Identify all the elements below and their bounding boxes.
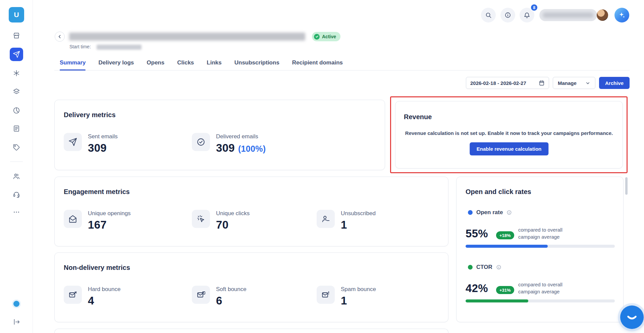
- rate-label: Open rate: [476, 209, 503, 216]
- metric-label: Unique openings: [88, 210, 131, 217]
- mail-return-icon: [192, 286, 210, 304]
- more-dots-icon: [13, 208, 20, 216]
- back-button[interactable]: [55, 32, 65, 42]
- tab-delivery-logs[interactable]: Delivery logs: [98, 56, 134, 70]
- pie-chart-icon: [13, 107, 20, 114]
- send-icon: [13, 51, 20, 58]
- sidebar-item-discounts[interactable]: [10, 141, 23, 154]
- forms-icon: [13, 125, 20, 132]
- metric-delivered-emails: Delivered emails 309 (100%): [192, 133, 266, 154]
- manage-dropdown[interactable]: Manage: [553, 77, 595, 89]
- metric-label: Unique clicks: [216, 210, 250, 217]
- mail-alert-icon: [317, 286, 335, 304]
- tab-opens[interactable]: Opens: [147, 56, 164, 70]
- card-title: Non-delivery metrics: [64, 264, 130, 272]
- sidebar-item-support[interactable]: [10, 188, 23, 201]
- engagement-metrics-card: Engagement metrics Unique openings 167 U…: [54, 177, 448, 246]
- sparkle-icon: [618, 11, 626, 19]
- notification-count-badge: 8: [530, 4, 538, 11]
- metric-soft-bounce: Soft bounce 6: [192, 286, 247, 307]
- metric-value: 4: [88, 294, 120, 307]
- tab-recipient-domains[interactable]: Recipient domains: [292, 56, 343, 70]
- card-title: Revenue: [404, 113, 432, 121]
- rate-dot-1: [468, 265, 473, 270]
- revenue-setup-message: Revenue calculation is not set up. Enabl…: [402, 130, 616, 136]
- revenue-card: Revenue Revenue calculation is not set u…: [395, 101, 623, 169]
- metric-value: 309: [88, 142, 118, 154]
- whats-new-icon[interactable]: [13, 301, 19, 307]
- metric-hard-bounce: Hard bounce 4: [64, 286, 120, 307]
- avatar[interactable]: [597, 9, 608, 21]
- date-range-value: 2026-02-18 - 2026-02-27: [470, 80, 526, 86]
- card-title: Delivery metrics: [64, 111, 116, 119]
- sidebar-item-automation[interactable]: [10, 66, 23, 80]
- delivery-metrics-card: Delivery metrics Sent emails 309 Deliver…: [54, 100, 385, 170]
- info-icon: [504, 12, 511, 18]
- chevron-left-icon: [57, 34, 62, 39]
- search-icon: [485, 12, 492, 18]
- open-rate-header: Open rate: [468, 209, 512, 216]
- start-time-value-redacted: [97, 45, 142, 50]
- info-icon[interactable]: [496, 265, 501, 270]
- info-icon[interactable]: [506, 210, 512, 215]
- automation-icon: [13, 69, 20, 77]
- open-rate-progress: [466, 245, 615, 248]
- send-icon: [64, 133, 82, 151]
- archive-button[interactable]: Archive: [599, 77, 630, 89]
- chat-smile-icon: [625, 310, 639, 325]
- scrollbar-thumb[interactable]: [625, 177, 628, 195]
- ctor-progress: [466, 299, 615, 302]
- headset-icon: [13, 191, 20, 198]
- metric-label: Soft bounce: [216, 286, 247, 293]
- next-card-partial: [54, 329, 448, 333]
- help-button[interactable]: [500, 8, 515, 22]
- tab-links[interactable]: Links: [207, 56, 221, 70]
- app-logo-letter: U: [14, 11, 19, 19]
- sidebar-item-logout[interactable]: [10, 315, 23, 329]
- check-circle-icon: [192, 133, 210, 151]
- metric-value: 309 (100%): [216, 142, 266, 154]
- manage-label: Manage: [558, 80, 577, 86]
- sidebar-item-audiences[interactable]: [10, 85, 23, 98]
- metric-sent-emails: Sent emails 309: [64, 133, 118, 154]
- sidebar-item-store[interactable]: [10, 29, 23, 42]
- store-icon: [13, 32, 20, 39]
- notification-count: 8: [533, 5, 535, 10]
- rate-bar-fill-0: [466, 245, 548, 248]
- non-delivery-metrics-card: Non-delivery metrics Hard bounce 4 Soft …: [54, 252, 448, 322]
- ctor-note: compared to overall campaign average: [518, 281, 578, 295]
- sidebar-item-reports[interactable]: [10, 104, 23, 117]
- metric-label: Delivered emails: [216, 133, 266, 140]
- search-button[interactable]: [481, 8, 496, 22]
- rate-dot-0: [468, 210, 473, 215]
- sidebar-item-more[interactable]: [10, 205, 23, 219]
- metric-value: 6: [216, 294, 247, 307]
- tab-summary[interactable]: Summary: [60, 56, 86, 70]
- status-badge-label: Active: [322, 34, 336, 39]
- app-logo[interactable]: U: [9, 7, 24, 22]
- open-rate-value: 55%: [466, 227, 488, 240]
- chevron-down-icon: [585, 81, 590, 86]
- ai-assistant-button[interactable]: [614, 8, 629, 22]
- account-menu[interactable]: [539, 9, 597, 21]
- sidebar-item-forms[interactable]: [10, 122, 23, 135]
- logout-icon: [13, 318, 20, 326]
- rate-bar-fill-1: [466, 299, 528, 302]
- metric-label: Sent emails: [88, 133, 118, 140]
- date-range-picker[interactable]: 2026-02-18 - 2026-02-27: [466, 77, 549, 89]
- enable-revenue-button[interactable]: Enable revenue calculation: [470, 142, 548, 155]
- sidebar-item-campaigns[interactable]: [10, 48, 23, 61]
- metric-percent: (100%): [238, 144, 266, 154]
- sidebar-item-contacts[interactable]: [10, 170, 23, 183]
- open-rate-badge: +18%: [496, 231, 514, 239]
- report-tabs: Summary Delivery logs Opens Clicks Links…: [54, 56, 630, 70]
- tab-unsubscriptions[interactable]: Unsubscriptions: [234, 56, 279, 70]
- chat-launcher[interactable]: [620, 305, 644, 329]
- tab-clicks[interactable]: Clicks: [177, 56, 194, 70]
- status-badge: Active: [312, 32, 340, 41]
- ctor-value: 42%: [466, 282, 488, 295]
- cursor-click-icon: [192, 210, 210, 228]
- metric-value: 1: [341, 294, 376, 307]
- ctor-badge: +31%: [496, 286, 514, 294]
- mail-x-icon: [64, 286, 82, 304]
